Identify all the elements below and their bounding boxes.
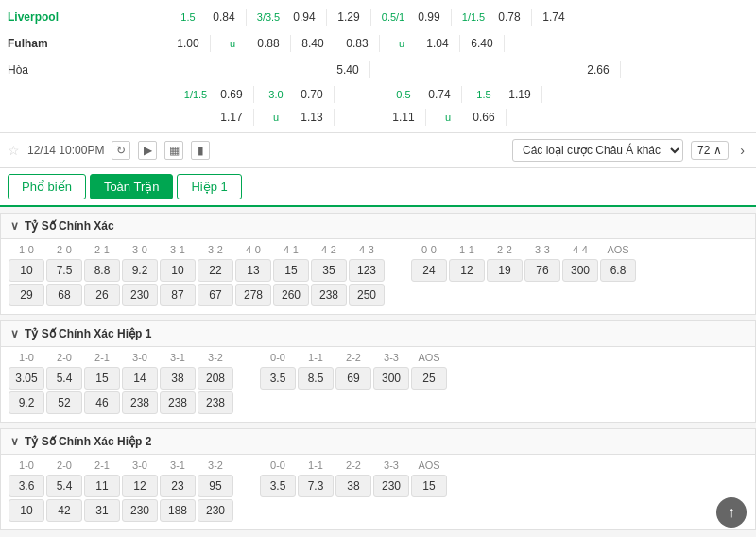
odds-value-d1[interactable]: 5.40: [330, 61, 366, 78]
score-btn-278[interactable]: 278: [235, 284, 271, 306]
score-btn-19[interactable]: 19: [487, 259, 523, 282]
s3-btn-31[interactable]: 31: [84, 499, 120, 522]
score-btn-75[interactable]: 7.5: [46, 259, 82, 282]
odds-value-1-2[interactable]: 0.94: [286, 9, 322, 26]
s2-btn-305[interactable]: 3.05: [9, 367, 44, 390]
score-btn-22[interactable]: 22: [198, 259, 233, 282]
odds-handicap-f2[interactable]: u: [215, 36, 250, 51]
sub2-handicap-4[interactable]: u: [430, 110, 466, 125]
score-btn-123[interactable]: 123: [349, 259, 385, 282]
score-btn-87[interactable]: 87: [160, 284, 196, 306]
score-btn-10b[interactable]: 10: [160, 259, 196, 282]
star-icon[interactable]: ☆: [8, 143, 20, 158]
score-btn-92[interactable]: 9.2: [122, 259, 158, 282]
score-btn-230[interactable]: 230: [122, 284, 158, 306]
s3-btn-95[interactable]: 95: [198, 475, 233, 497]
sub-handicap-4[interactable]: 1.5: [466, 87, 502, 102]
section-header-3[interactable]: ∨ Tỷ Số Chính Xác Hiệp 2: [1, 429, 755, 455]
s2-btn-35[interactable]: 3.5: [260, 367, 296, 390]
s3-btn-42[interactable]: 42: [46, 499, 82, 522]
score-btn-13[interactable]: 13: [235, 259, 271, 282]
s2-btn-238a[interactable]: 238: [122, 391, 158, 414]
odds-value-f4[interactable]: 0.83: [339, 35, 375, 52]
s3-btn-73[interactable]: 7.3: [298, 475, 334, 497]
s3-btn-35[interactable]: 3.5: [260, 475, 296, 497]
s3-btn-12[interactable]: 12: [122, 475, 158, 497]
s2-btn-15[interactable]: 15: [84, 367, 120, 390]
sub2-value-1[interactable]: 1.17: [214, 109, 249, 126]
table-icon[interactable]: ▦: [164, 141, 183, 160]
odds-value-1-3[interactable]: 1.29: [331, 9, 367, 26]
sub-value-4[interactable]: 1.19: [502, 86, 538, 103]
odds-value-1-5[interactable]: 0.78: [491, 9, 527, 26]
s2-btn-54[interactable]: 5.4: [46, 367, 82, 390]
score-btn-12[interactable]: 12: [449, 259, 485, 282]
arrow-right-icon[interactable]: ›: [736, 143, 748, 158]
sub2-value-2[interactable]: 1.13: [294, 109, 330, 126]
tab-hiep1[interactable]: Hiệp 1: [177, 174, 241, 199]
s2-btn-38[interactable]: 38: [160, 367, 196, 390]
odds-value-d2[interactable]: 2.66: [580, 61, 616, 78]
sub-value-3[interactable]: 0.74: [421, 86, 457, 103]
s3-btn-54[interactable]: 5.4: [46, 475, 82, 497]
s2-btn-46[interactable]: 46: [84, 391, 120, 414]
refresh-icon[interactable]: ↻: [112, 141, 130, 160]
sub-handicap-3[interactable]: 0.5: [386, 87, 421, 102]
s3-btn-10[interactable]: 10: [9, 499, 44, 522]
odds-value-f2[interactable]: 0.88: [250, 35, 286, 52]
odds-handicap-1-2[interactable]: 3/3.5: [250, 9, 286, 25]
s3-btn-230c[interactable]: 230: [373, 475, 409, 497]
score-btn-88[interactable]: 8.8: [84, 259, 120, 282]
bet-type-select[interactable]: Các loại cược Châu Á khác: [512, 139, 683, 162]
score-btn-67[interactable]: 67: [198, 284, 233, 306]
chart-icon[interactable]: ▮: [191, 141, 210, 160]
sub-value-1[interactable]: 0.69: [214, 86, 249, 103]
s2-btn-25[interactable]: 25: [411, 367, 447, 390]
tab-toantran[interactable]: Toàn Trận: [90, 174, 174, 199]
score-btn-300[interactable]: 300: [562, 259, 598, 282]
tab-phobien[interactable]: Phổ biến: [8, 174, 86, 199]
sub2-handicap-2[interactable]: u: [258, 110, 294, 125]
sub2-value-4[interactable]: 0.66: [466, 109, 502, 126]
score-btn-250[interactable]: 250: [349, 284, 385, 306]
s2-btn-238c[interactable]: 238: [198, 391, 233, 414]
s2-btn-14[interactable]: 14: [122, 367, 158, 390]
s3-btn-36[interactable]: 3.6: [9, 475, 44, 497]
s3-btn-230[interactable]: 230: [122, 499, 158, 522]
s3-btn-38[interactable]: 38: [335, 475, 371, 497]
section-header-1[interactable]: ∨ Tỷ Số Chính Xác: [1, 214, 755, 239]
s2-btn-92[interactable]: 9.2: [9, 391, 44, 414]
odds-value-1-4[interactable]: 0.99: [411, 9, 447, 26]
sub-handicap-2[interactable]: 3.0: [258, 87, 294, 102]
s2-btn-69[interactable]: 69: [335, 367, 371, 390]
odds-handicap-1-4[interactable]: 0.5/1: [375, 9, 411, 25]
score-btn-35[interactable]: 35: [311, 259, 347, 282]
odds-value-f5[interactable]: 1.04: [420, 35, 455, 52]
score-btn-29[interactable]: 29: [9, 284, 44, 306]
sub-handicap-1[interactable]: 1/1.5: [178, 87, 214, 102]
odds-handicap-1-5[interactable]: 1/1.5: [455, 9, 491, 25]
sub-value-2[interactable]: 0.70: [294, 86, 330, 103]
score-btn-260[interactable]: 260: [273, 284, 309, 306]
s3-btn-23[interactable]: 23: [160, 475, 196, 497]
s2-btn-238b[interactable]: 238: [160, 391, 196, 414]
odds-value-1-1[interactable]: 0.84: [206, 9, 242, 26]
odds-value-f1-1[interactable]: 1.00: [170, 35, 206, 52]
odds-handicap-f5[interactable]: u: [384, 36, 420, 51]
score-btn-238[interactable]: 238: [311, 284, 347, 306]
sub2-value-3[interactable]: 1.11: [386, 109, 421, 126]
chevron-up-icon[interactable]: ∧: [713, 144, 722, 157]
s3-btn-230b[interactable]: 230: [198, 499, 233, 522]
odds-value-f6[interactable]: 6.40: [464, 35, 500, 52]
score-btn-68b[interactable]: 6.8: [600, 259, 636, 282]
odds-value-1-6[interactable]: 1.74: [536, 9, 572, 26]
play-icon[interactable]: ▶: [138, 141, 157, 160]
s2-btn-85[interactable]: 8.5: [298, 367, 334, 390]
s3-btn-188[interactable]: 188: [160, 499, 196, 522]
s2-btn-52[interactable]: 52: [46, 391, 82, 414]
section-header-2[interactable]: ∨ Tỷ Số Chính Xác Hiệp 1: [1, 321, 755, 347]
back-to-top-button[interactable]: ↑: [716, 497, 747, 528]
s2-btn-208[interactable]: 208: [198, 367, 233, 390]
odds-handicap-1-1[interactable]: 1.5: [170, 9, 206, 25]
s2-btn-300[interactable]: 300: [373, 367, 409, 390]
